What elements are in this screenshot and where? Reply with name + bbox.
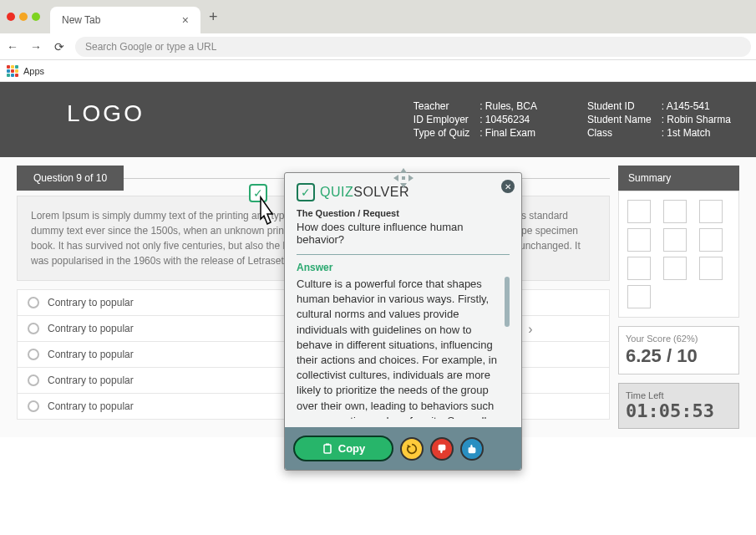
summary-cell[interactable] bbox=[663, 257, 687, 280]
radio-icon bbox=[28, 297, 39, 308]
popup-actions: Copy › bbox=[285, 427, 521, 470]
quizsolver-popup: ✕ ✓ QUIZSOLVER The Question / Request Ho… bbox=[284, 172, 522, 471]
clipboard-icon bbox=[322, 443, 333, 455]
id-employer-label: ID Employer bbox=[414, 114, 469, 125]
window-minimize-icon[interactable] bbox=[19, 13, 28, 21]
student-id-value: : A145-541 bbox=[662, 100, 731, 112]
window-maximize-icon[interactable] bbox=[32, 13, 40, 21]
window-controls bbox=[7, 13, 40, 21]
thumbs-down-button[interactable] bbox=[430, 437, 454, 461]
option-label: Contrary to popular bbox=[48, 349, 134, 360]
teacher-value: : Rules, BCA bbox=[479, 100, 537, 112]
page-header: LOGO Teacher ID Employer Type of Quiz : … bbox=[0, 82, 756, 157]
extension-trigger: ✓ bbox=[249, 184, 267, 202]
svg-marker-3 bbox=[408, 175, 414, 181]
sidebar: Summary Your Score (62%) 6.25 / 10 Time … bbox=[618, 166, 739, 429]
radio-icon bbox=[28, 374, 39, 386]
summary-cell[interactable] bbox=[627, 285, 651, 308]
copy-button[interactable]: Copy bbox=[293, 436, 393, 461]
svg-marker-7 bbox=[408, 444, 411, 447]
option-label: Contrary to popular bbox=[48, 297, 134, 308]
score-value: 6.25 / 10 bbox=[626, 345, 732, 367]
bookmarks-bar: Apps bbox=[0, 60, 756, 82]
next-arrow-icon[interactable]: › bbox=[523, 322, 538, 337]
apps-icon[interactable] bbox=[7, 65, 18, 77]
answer-label: Answer bbox=[297, 262, 510, 273]
new-tab-button[interactable]: + bbox=[209, 8, 218, 26]
svg-rect-4 bbox=[402, 176, 405, 180]
checkmark-icon: ✓ bbox=[297, 183, 315, 201]
svg-rect-6 bbox=[326, 443, 329, 445]
answer-text: Culture is a powerful force that shapes … bbox=[297, 277, 510, 419]
address-bar[interactable]: Search Google or type a URL bbox=[75, 37, 751, 57]
header-info: Teacher ID Employer Type of Quiz : Rules… bbox=[414, 100, 731, 139]
summary-cell[interactable] bbox=[627, 257, 651, 280]
time-label: Time Left bbox=[626, 390, 732, 400]
summary-cell[interactable] bbox=[699, 257, 723, 280]
svg-marker-2 bbox=[393, 175, 398, 181]
student-id-label: Student ID bbox=[587, 100, 652, 112]
browser-toolbar: ← → ⟳ Search Google or type a URL bbox=[0, 33, 756, 60]
brand-quiz: QUIZ bbox=[320, 185, 353, 199]
student-name-label: Student Name bbox=[587, 114, 652, 125]
radio-icon bbox=[28, 349, 39, 360]
time-box: Time Left 01:05:53 bbox=[618, 383, 739, 429]
radio-icon bbox=[28, 323, 39, 334]
browser-tabstrip: New Tab × + bbox=[0, 0, 756, 33]
thumbs-down-icon bbox=[436, 443, 448, 455]
time-value: 01:05:53 bbox=[626, 400, 732, 421]
svg-marker-1 bbox=[400, 183, 407, 188]
pointer-cursor-icon bbox=[252, 194, 282, 231]
thumbs-up-button[interactable] bbox=[460, 437, 484, 461]
scrollbar-thumb[interactable] bbox=[505, 277, 510, 327]
request-label: The Question / Request bbox=[297, 208, 510, 218]
refresh-icon bbox=[406, 443, 418, 455]
back-button[interactable]: ← bbox=[5, 40, 20, 54]
popup-body: The Question / Request How does culture … bbox=[285, 208, 521, 427]
popup-close-button[interactable]: ✕ bbox=[501, 180, 515, 193]
score-label: Your Score (62%) bbox=[626, 334, 732, 344]
summary-cell[interactable] bbox=[663, 228, 687, 252]
quiz-type-label: Type of Quiz bbox=[414, 127, 469, 139]
svg-rect-5 bbox=[324, 445, 331, 453]
class-label: Class bbox=[587, 127, 652, 139]
summary-grid bbox=[618, 191, 739, 318]
apps-label[interactable]: Apps bbox=[23, 66, 44, 76]
refresh-button[interactable] bbox=[400, 437, 424, 461]
summary-cell[interactable] bbox=[699, 228, 723, 252]
site-logo: LOGO bbox=[67, 100, 145, 127]
reload-button[interactable]: ⟳ bbox=[52, 40, 67, 54]
summary-cell[interactable] bbox=[663, 200, 687, 223]
tab-title: New Tab bbox=[62, 14, 100, 26]
radio-icon bbox=[28, 400, 39, 412]
id-employer-value: : 10456234 bbox=[479, 114, 537, 125]
class-value: : 1st Match bbox=[662, 127, 731, 139]
answer-scroll[interactable]: Culture is a powerful force that shapes … bbox=[297, 277, 510, 419]
option-label: Contrary to popular bbox=[48, 400, 134, 412]
forward-button[interactable]: → bbox=[28, 40, 43, 54]
summary-cell[interactable] bbox=[699, 200, 723, 223]
summary-cell[interactable] bbox=[627, 200, 651, 223]
quiz-type-value: : Final Exam bbox=[479, 127, 537, 139]
summary-title: Summary bbox=[618, 166, 739, 191]
summary-cell[interactable] bbox=[627, 228, 651, 252]
thumbs-up-icon bbox=[466, 443, 478, 455]
tab-close-icon[interactable]: × bbox=[182, 13, 189, 27]
question-counter: Question 9 of 10 bbox=[17, 166, 124, 191]
score-box: Your Score (62%) 6.25 / 10 bbox=[618, 326, 739, 374]
address-placeholder: Search Google or type a URL bbox=[85, 41, 216, 53]
svg-marker-0 bbox=[400, 168, 407, 173]
drag-handle-icon[interactable] bbox=[392, 166, 415, 193]
copy-label: Copy bbox=[338, 442, 366, 455]
option-label: Contrary to popular bbox=[48, 374, 134, 386]
request-text: How does culture influence human behavio… bbox=[297, 221, 510, 255]
teacher-label: Teacher bbox=[414, 100, 469, 112]
browser-tab[interactable]: New Tab × bbox=[50, 7, 200, 33]
window-close-icon[interactable] bbox=[7, 13, 15, 21]
student-name-value: : Robin Sharma bbox=[662, 114, 731, 125]
option-label: Contrary to popular bbox=[48, 323, 134, 334]
